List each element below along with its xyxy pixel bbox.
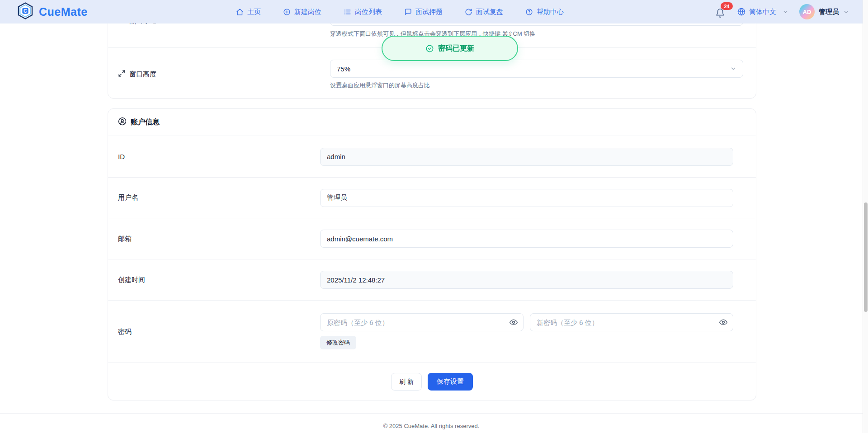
avatar: AD: [799, 4, 815, 19]
svg-text:C: C: [24, 8, 27, 14]
username-input[interactable]: [320, 189, 733, 207]
globe-icon: [737, 7, 746, 16]
nav-item-home[interactable]: 主页: [236, 8, 261, 16]
chevron-down-icon[interactable]: [783, 9, 788, 15]
toggle-old-password-visibility-button[interactable]: [509, 318, 518, 327]
save-settings-button[interactable]: 保存设置: [428, 373, 473, 391]
refresh-button[interactable]: 刷 新: [391, 373, 422, 391]
email-input[interactable]: [320, 230, 733, 248]
user-circle-icon: [118, 117, 127, 127]
cuemate-logo-icon: C: [16, 2, 34, 22]
chevron-down-icon: [843, 9, 849, 15]
chat-icon: [404, 8, 412, 16]
username-row: 用户名: [108, 178, 756, 218]
new-password-field-wrap: [530, 313, 733, 331]
user-menu[interactable]: AD 管理员: [799, 4, 849, 19]
help-circle-icon: [525, 8, 533, 16]
old-password-field-wrap: [320, 313, 524, 331]
main-nav: 主页 新建岗位 岗位列表 面试押题 面试复盘 帮助中心: [236, 0, 564, 24]
brand[interactable]: C CueMate: [16, 2, 88, 22]
home-icon: [236, 8, 244, 16]
window-height-value: 75%: [337, 65, 350, 73]
password-label: 密码: [108, 301, 320, 336]
nav-item-new-position[interactable]: 新建岗位: [283, 8, 321, 16]
notification-count-badge: 24: [721, 2, 733, 10]
old-password-input[interactable]: [320, 313, 524, 331]
account-card-title: 账户信息: [131, 118, 160, 127]
window-height-select[interactable]: 75%: [330, 60, 743, 78]
toast-message: 密码已更新: [438, 44, 474, 53]
list-icon: [344, 8, 351, 16]
site-footer: © 2025 CueMate. All rights reserved.: [0, 413, 863, 429]
nav-item-interview-review[interactable]: 面试复盘: [465, 8, 503, 16]
card-actions-row: 刷 新 保存设置: [108, 362, 756, 401]
scrollbar-track[interactable]: [863, 0, 868, 433]
toggle-new-password-visibility-button[interactable]: [719, 318, 728, 327]
eye-icon: [509, 318, 518, 327]
success-toast: 密码已更新: [382, 36, 518, 61]
refresh-icon: [465, 8, 472, 16]
change-password-button[interactable]: 修改密码: [320, 336, 356, 349]
chevron-down-icon: [730, 66, 736, 72]
created-time-row: 创建时间: [108, 259, 756, 301]
nav-right-cluster: 24 简体中文 AD 管理员: [715, 0, 849, 24]
password-row: 密码 修改密码: [108, 301, 756, 362]
check-circle-icon: [425, 44, 434, 53]
id-row: ID: [108, 136, 756, 178]
nav-item-help-center[interactable]: 帮助中心: [525, 8, 564, 16]
created-time-label: 创建时间: [108, 276, 320, 284]
plus-circle-icon: [283, 8, 291, 16]
account-info-card: 账户信息 ID 用户名 邮箱 创建时间 密码: [108, 108, 756, 400]
account-card-header: 账户信息: [108, 109, 756, 136]
window-height-row-label: 窗口高度: [118, 70, 156, 79]
user-name: 管理员: [819, 8, 839, 16]
nav-item-interview-questions[interactable]: 面试押题: [404, 8, 443, 16]
copyright-text: © 2025 CueMate. All rights reserved.: [383, 423, 480, 429]
nav-item-position-list[interactable]: 岗位列表: [344, 8, 382, 16]
username-label: 用户名: [108, 193, 320, 202]
notifications-button[interactable]: 24: [715, 5, 727, 19]
new-password-input[interactable]: [530, 313, 733, 331]
id-label: ID: [108, 153, 320, 160]
scrollbar-thumb[interactable]: [864, 202, 868, 312]
email-row: 邮箱: [108, 218, 756, 259]
created-time-input[interactable]: [320, 271, 733, 289]
id-input[interactable]: [320, 148, 733, 166]
top-nav-bar: C CueMate 主页 新建岗位 岗位列表 面试押题 面试复盘 帮助中心: [0, 0, 868, 24]
eye-icon: [719, 318, 728, 327]
language-label: 简体中文: [749, 8, 776, 16]
email-label: 邮箱: [108, 235, 320, 243]
language-selector[interactable]: 简体中文: [737, 7, 776, 16]
window-height-help-text: 设置桌面应用悬浮窗口的屏幕高度占比: [330, 81, 430, 89]
expand-icon: [118, 70, 126, 79]
brand-name: CueMate: [39, 5, 88, 19]
